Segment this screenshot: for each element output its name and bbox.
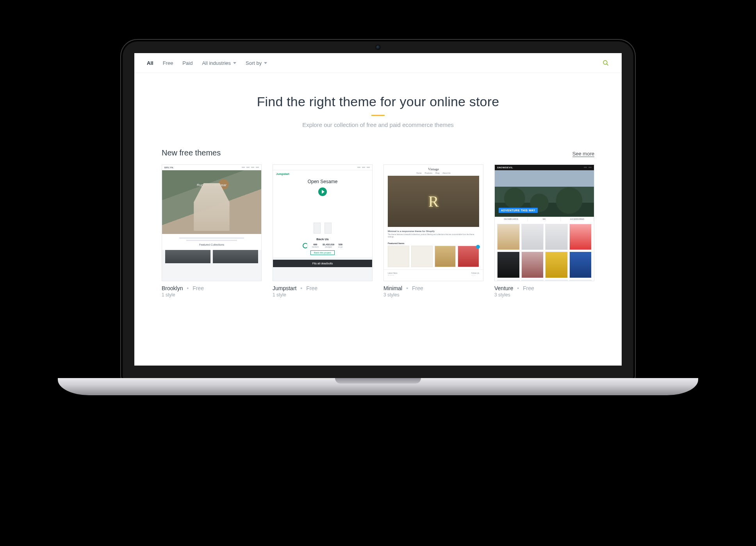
filter-industries-label: All industries (202, 60, 231, 66)
filter-tab-paid[interactable]: Paid (182, 60, 193, 66)
theme-card-brooklyn[interactable]: BRLYN. Rugged Outerwear Featured Collect… (162, 164, 262, 298)
see-more-link[interactable]: See more (572, 151, 594, 157)
preview-backus: Back Us (273, 237, 372, 241)
page-hero: Find the right theme for your online sto… (134, 73, 622, 139)
preview-logo: Jumpstart (276, 173, 289, 175)
laptop-shadow (42, 394, 714, 418)
preview-band: Fits all deadbolts (273, 260, 372, 267)
filter-tab-all[interactable]: All (147, 60, 153, 66)
new-free-themes-section: New free themes See more BRLYN. Rugged O… (134, 139, 622, 313)
preview-hero-text: Rugged Outerwear (162, 183, 261, 187)
theme-styles: 1 style (273, 292, 373, 298)
theme-styles: 3 styles (494, 292, 594, 298)
laptop-mockup: All Free Paid All industries Sort by (0, 0, 756, 546)
theme-name: Minimal (383, 285, 402, 291)
theme-meta: Venture • Free 3 styles (494, 281, 594, 298)
theme-thumbnail: Jumpstart Open Sesame Back Us 60 (273, 164, 373, 281)
section-title: New free themes (162, 148, 221, 157)
filter-tab-free[interactable]: Free (163, 60, 173, 66)
theme-thumbnail: SNOWDEVIL ADVENTURE THIS WAY SNOWBOARDS … (494, 164, 594, 281)
preview-hero-image: R (388, 176, 479, 227)
themes-grid: BRLYN. Rugged Outerwear Featured Collect… (162, 164, 594, 298)
caret-down-icon (233, 62, 236, 64)
theme-card-jumpstart[interactable]: Jumpstart Open Sesame Back Us 60 (273, 164, 373, 298)
theme-meta: Brooklyn • Free 1 style (162, 281, 262, 298)
theme-styles: 3 styles (383, 292, 483, 298)
preview-brand: BRLYN. (164, 166, 174, 169)
theme-card-venture[interactable]: SNOWDEVIL ADVENTURE THIS WAY SNOWBOARDS … (494, 164, 594, 298)
filter-bar: All Free Paid All industries Sort by (134, 53, 622, 73)
preview-featured-label: Featured Items (388, 242, 479, 244)
screen: All Free Paid All industries Sort by (134, 53, 622, 366)
theme-thumbnail: BRLYN. Rugged Outerwear Featured Collect… (162, 164, 262, 281)
laptop-base (58, 378, 698, 395)
play-icon (318, 187, 327, 196)
search-icon[interactable] (602, 59, 609, 66)
camera-icon (376, 45, 380, 49)
page-subtitle: Explore our collection of free and paid … (142, 121, 614, 128)
preview-brand: Vintage (384, 165, 483, 172)
preview-brand: SNOWDEVIL (497, 166, 513, 169)
theme-meta: Jumpstart • Free 1 style (273, 281, 373, 298)
preview-cta: Back this project (310, 250, 335, 255)
filter-sort-label: Sort by (246, 60, 262, 66)
preview-tagline: Minimal is a responsive theme for Shopif… (388, 230, 435, 232)
theme-name: Venture (494, 285, 513, 291)
laptop-body: All Free Paid All industries Sort by (120, 39, 636, 383)
theme-meta: Minimal • Free 3 styles (383, 281, 483, 298)
svg-line-1 (606, 64, 608, 65)
theme-price: Free (412, 285, 423, 291)
theme-name: Jumpstart (273, 285, 296, 291)
theme-name: Brooklyn (162, 285, 183, 291)
theme-card-minimal[interactable]: Vintage HomeProductsBlogAbout Us R Minim… (383, 164, 483, 298)
theme-price: Free (193, 285, 204, 291)
progress-ring-icon (303, 243, 308, 248)
filter-industries-dropdown[interactable]: All industries (202, 60, 236, 66)
accent-rule (371, 115, 385, 116)
preview-featured-label: Featured Collections (165, 243, 258, 246)
theme-price: Free (523, 285, 534, 291)
section-head: New free themes See more (162, 148, 594, 157)
theme-store-page: All Free Paid All industries Sort by (134, 53, 622, 366)
theme-price: Free (306, 285, 317, 291)
filter-sort-dropdown[interactable]: Sort by (246, 60, 267, 66)
preview-tag: ADVENTURE THIS WAY (499, 208, 538, 213)
theme-styles: 1 style (162, 292, 262, 298)
page-title: Find the right theme for your online sto… (142, 94, 614, 109)
theme-thumbnail: Vintage HomeProductsBlogAbout Us R Minim… (383, 164, 483, 281)
caret-down-icon (264, 62, 267, 64)
